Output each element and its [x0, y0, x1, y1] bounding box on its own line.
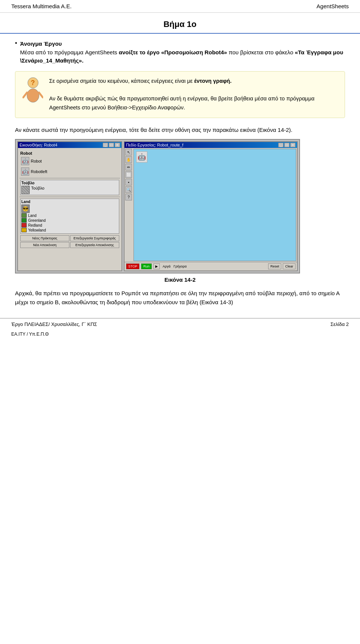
- touvlo-section: Τούβλο Τούβλο: [20, 180, 119, 195]
- svg-line-3: [23, 93, 27, 97]
- footer-left: Έργο ΠΛΕΙΑΔΕΣ/ Χρυσαλλίδες, Γ΄ ΚΠΣ: [11, 321, 97, 327]
- land-section-label: Land: [21, 200, 118, 204]
- argos-label: Αργά: [163, 264, 171, 268]
- robot-icon: 🤖: [21, 157, 29, 165]
- clear-button[interactable]: Clear: [283, 263, 296, 269]
- info-text2: Αν δε θυμάστε ακριβώς πώς θα πραγματοποι…: [49, 96, 315, 111]
- greenland-color-box: [21, 218, 27, 223]
- title-section: Βήμα 1ο: [0, 13, 360, 34]
- info-icon: ?: [21, 77, 44, 113]
- bullet-section: Άνοιγμα Έργου Μέσα από το πρόγραμμα Agen…: [15, 40, 345, 65]
- right-minimize-btn[interactable]: _: [278, 143, 284, 147]
- info-text1: Σε ορισμένα σημεία του κειμένου, κάποιες…: [49, 78, 231, 84]
- new-agent-btn[interactable]: Νέος Πράκτορας: [20, 235, 69, 241]
- redland-label: Redland: [28, 223, 42, 227]
- paragraph-after-screenshot: Αρχικά, θα πρέπει να προγραμματίσετε το …: [15, 289, 345, 307]
- new-display-btn[interactable]: Νέα Απεικόνιση: [20, 242, 69, 248]
- right-panel-titlebar: Πεδίο Εργασίας: Robot_route_f _ □ ×: [124, 142, 297, 148]
- header-left: Tessera Multimedia A.E.: [11, 3, 72, 9]
- robotleft-label: Robotleft: [31, 169, 47, 174]
- bullet-heading: Άνοιγμα Έργου: [20, 40, 62, 47]
- land-item-label: Land: [28, 214, 36, 218]
- svg-text:?: ?: [31, 79, 35, 87]
- right-panel: Πεδίο Εργασίας: Robot_route_f _ □ × ↖ ✋ …: [124, 141, 298, 271]
- touvlo-thumb: [21, 186, 30, 194]
- left-panel-content: Robot 🤖 Robot 🤖 Robotleft Τούβλο: [18, 148, 122, 250]
- tool-hand[interactable]: ✋: [125, 156, 132, 163]
- reset-button[interactable]: Reset: [268, 263, 282, 269]
- edit-behavior-btn[interactable]: Επεξεργασία Συμπεριφοράς: [70, 235, 119, 241]
- touvlo-item-label: Τούβλο: [31, 186, 44, 194]
- touvlo-section-label: Τούβλο: [21, 181, 118, 185]
- caption: Εικόνα 14-2: [15, 276, 345, 283]
- divider1: [20, 178, 120, 178]
- right-bottom-bar: STOP Run ▶ Αργά Γρήγορα Reset Clear: [124, 262, 297, 270]
- greenland-label: Greenland: [28, 218, 46, 223]
- svg-point-2: [27, 89, 39, 102]
- edit-display-btn[interactable]: Επεξεργασία Απεικόνισης: [70, 242, 119, 248]
- right-panel-title: Πεδίο Εργασίας: Robot_route_f: [126, 143, 183, 147]
- header-right: AgentSheets: [316, 3, 349, 9]
- info-box: ? Σε ορισμένα σημεία του κειμένου, κάποι…: [15, 71, 345, 118]
- right-titlebar-buttons: _ □ ×: [278, 143, 296, 147]
- robotleft-item: 🤖 Robotleft: [20, 167, 120, 176]
- redland-item: Redland: [21, 223, 118, 227]
- robot-label: Robot: [31, 159, 42, 163]
- tool-arrow[interactable]: ↖: [125, 149, 132, 155]
- sub-footer: ΕΑ.ΙΤΥ / Υπ.Ε.Π.Θ: [0, 330, 360, 340]
- tool-eraser[interactable]: ⬜: [125, 171, 132, 178]
- yellowland-color-box: [21, 228, 27, 232]
- tool-help[interactable]: ?: [125, 194, 132, 200]
- subfooter-text: ΕΑ.ΙΤΥ / Υπ.Ε.Π.Θ: [11, 332, 49, 337]
- land-section: Land 😎 Land Greenland: [20, 199, 119, 234]
- robot-item: 🤖 Robot: [20, 156, 120, 166]
- tool-pencil[interactable]: ✏: [125, 164, 132, 170]
- tool-fill[interactable]: ▪: [125, 179, 132, 185]
- stop-button[interactable]: STOP: [126, 263, 140, 269]
- maximize-btn[interactable]: □: [109, 143, 114, 147]
- yellowland-item: Yellowland: [21, 228, 118, 232]
- right-close-btn[interactable]: ×: [290, 143, 296, 147]
- info-box-text: Σε ορισμένα σημεία του κειμένου, κάποιες…: [49, 77, 339, 113]
- footer: Έργο ΠΛΕΙΑΔΕΣ/ Χρυσαλλίδες, Γ΄ ΚΠΣ Σελίδ…: [0, 318, 360, 330]
- titlebar-buttons: _ □ ×: [103, 143, 120, 147]
- header: Tessera Multimedia A.E. AgentSheets: [0, 0, 360, 13]
- left-panel-title: ΕικονοΘήκη: Robot4: [20, 143, 57, 147]
- right-maximize-btn[interactable]: □: [284, 143, 290, 147]
- land-item: Land: [21, 213, 118, 218]
- tool-zoom[interactable]: 🔍: [125, 186, 132, 193]
- close-btn[interactable]: ×: [115, 143, 120, 147]
- minimize-btn[interactable]: _: [103, 143, 108, 147]
- screenshot-wrapper: ΕικονοΘήκη: Robot4 _ □ × Robot 🤖 Robot: [15, 139, 300, 273]
- left-panel: ΕικονοΘήκη: Robot4 _ □ × Robot 🤖 Robot: [17, 141, 122, 271]
- robot-section-label: Robot: [20, 151, 119, 155]
- grig-label: Γρήγορα: [174, 264, 187, 268]
- play-button[interactable]: ▶: [153, 263, 160, 269]
- redland-color-box: [21, 223, 27, 227]
- page: Tessera Multimedia A.E. AgentSheets Βήμα…: [0, 0, 360, 340]
- screenshot-container: ΕικονοΘήκη: Robot4 _ □ × Robot 🤖 Robot: [15, 139, 345, 273]
- canvas-area: 🤖: [134, 149, 296, 261]
- footer-right: Σελίδα 2: [330, 321, 349, 327]
- svg-line-4: [39, 93, 43, 97]
- right-main-area: ↖ ✋ ✏ ⬜ ▪ 🔍 ? 🤖: [124, 148, 297, 262]
- page-title: Βήμα 1ο: [11, 19, 349, 29]
- bottom-buttons: Νέος Πράκτορας Επεξεργασία Συμπεριφοράς …: [20, 235, 119, 248]
- divider2: [20, 197, 120, 197]
- land-color-box: [21, 213, 27, 218]
- bullet-item: Άνοιγμα Έργου Μέσα από το πρόγραμμα Agen…: [15, 40, 345, 65]
- run-button[interactable]: Run: [141, 263, 152, 269]
- left-panel-titlebar: ΕικονοΘήκη: Robot4 _ □ ×: [18, 142, 122, 148]
- greenland-item: Greenland: [21, 218, 118, 223]
- paragraph-before-screenshot: Αν κάνατε σωστά την προηγούμενη ενέργεια…: [15, 126, 345, 134]
- bullet-para: Μέσα από το πρόγραμμα AgentSheets ανοίξτ…: [20, 49, 344, 64]
- main-content: Άνοιγμα Έργου Μέσα από το πρόγραμμα Agen…: [0, 40, 360, 307]
- canvas-robot: 🤖: [136, 151, 147, 163]
- right-sidebar-icons: ↖ ✋ ✏ ⬜ ▪ 🔍 ?: [125, 149, 133, 261]
- robotleft-icon: 🤖: [21, 167, 29, 176]
- land-avatar: 😎: [21, 205, 30, 213]
- bullet-text: Άνοιγμα Έργου Μέσα από το πρόγραμμα Agen…: [20, 40, 345, 65]
- yellowland-label: Yellowland: [28, 228, 46, 232]
